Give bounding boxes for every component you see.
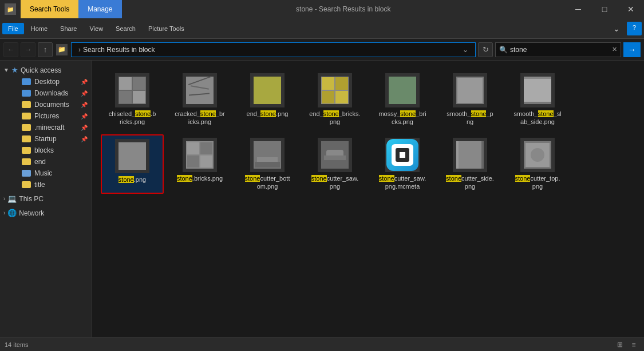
main-layout: ▼ ★ Quick access Desktop 📌 Downloads 📌 D… xyxy=(0,61,644,337)
search-go-button[interactable]: → xyxy=(623,42,641,57)
file-chiseled-stone[interactable]: chiseled_stone.bricks.png xyxy=(101,70,164,130)
sidebar-item-music[interactable]: Music xyxy=(0,167,91,179)
ribbon-share[interactable]: Share xyxy=(54,23,82,34)
close-button[interactable]: ✕ xyxy=(618,0,644,18)
network-icon: 🌐 xyxy=(7,209,17,217)
file-name: chiseled_stone.bricks.png xyxy=(109,110,156,126)
file-name: cracked_stone_bricks.png xyxy=(175,110,224,126)
app-icon-small: 📁 xyxy=(5,3,16,15)
downloads-folder-icon xyxy=(22,90,31,97)
ribbon: File Home Share View Search Picture Tool… xyxy=(0,18,644,39)
sidebar-item-desktop[interactable]: Desktop 📌 xyxy=(0,76,91,87)
window-icon: 📁 xyxy=(0,3,21,15)
quick-access-header[interactable]: ▼ ★ Quick access xyxy=(0,64,91,76)
up-button[interactable]: ↑ xyxy=(38,42,53,57)
file-smooth-stone-slab[interactable]: smooth_stone_slab_side.png xyxy=(506,70,569,130)
search-icon: 🔍 xyxy=(499,46,508,54)
file-stonecutter-saw[interactable]: stonecutter_saw.png xyxy=(303,134,366,194)
back-button[interactable]: ← xyxy=(3,42,18,57)
ribbon-home[interactable]: Home xyxy=(25,23,53,34)
startup-pin-icon: 📌 xyxy=(81,136,88,142)
file-thumb xyxy=(318,138,352,172)
network-toggle: › xyxy=(3,210,5,216)
this-pc-header[interactable]: › 💻 This PC xyxy=(0,193,91,205)
sidebar-item-documents[interactable]: Documents 📌 xyxy=(0,99,91,110)
sidebar-item-title[interactable]: title xyxy=(0,179,91,190)
file-cracked-stone[interactable]: cracked_stone_bricks.png xyxy=(168,70,231,130)
file-stonecutter-bottom[interactable]: stonecutter_bottom.png xyxy=(236,134,299,194)
view-details-button[interactable]: ≡ xyxy=(628,339,639,350)
view-large-icon-button[interactable]: ⊞ xyxy=(614,339,626,350)
sidebar-item-blocks[interactable]: blocks xyxy=(0,145,91,156)
path-dropdown-chevron[interactable]: ⌄ xyxy=(463,46,468,54)
end-folder-icon xyxy=(22,158,31,165)
address-path[interactable]: › Search Results in block ⌄ xyxy=(71,42,476,57)
file-end-stone-bricks[interactable]: end_stone_bricks.png xyxy=(303,70,366,130)
startup-folder-icon xyxy=(22,135,31,142)
file-stone-selected[interactable]: stone.png xyxy=(101,134,164,194)
desktop-folder-icon xyxy=(22,78,31,85)
file-stonecutter-side[interactable]: stonecutter_side.png xyxy=(438,134,501,194)
music-folder-icon xyxy=(22,170,31,177)
file-thumb xyxy=(115,73,149,107)
documents-pin-icon: 📌 xyxy=(81,102,88,108)
maximize-button[interactable]: □ xyxy=(591,0,618,18)
file-thumb xyxy=(453,138,487,172)
network-section: › 🌐 Network xyxy=(0,206,91,220)
file-name: stonecutter_saw.png.mcmeta xyxy=(379,174,426,191)
sidebar-documents-label: Documents xyxy=(34,101,69,109)
sidebar-blocks-label: blocks xyxy=(34,146,54,154)
file-name: stonecutter_side.png xyxy=(446,174,494,191)
quick-access-label: Quick access xyxy=(21,66,61,74)
ribbon-file[interactable]: File xyxy=(2,23,24,34)
file-stonecutter-saw-mcmeta[interactable]: stonecutter_saw.png.mcmeta xyxy=(371,134,434,194)
sidebar-item-startup[interactable]: Startup 📌 xyxy=(0,133,91,145)
network-header[interactable]: › 🌐 Network xyxy=(0,207,91,219)
refresh-button[interactable]: ↻ xyxy=(478,42,493,57)
pictures-pin-icon: 📌 xyxy=(81,113,88,119)
file-thumb xyxy=(250,138,285,172)
file-stonecutter-top[interactable]: stonecutter_top.png xyxy=(506,134,569,194)
minimize-button[interactable]: ─ xyxy=(565,0,591,18)
sidebar-item-minecraft[interactable]: .minecraft 📌 xyxy=(0,122,91,133)
quick-access-toggle: ▼ xyxy=(3,67,9,73)
file-name: stonecutter_saw.png xyxy=(311,174,359,191)
file-thumb xyxy=(115,139,149,173)
title-folder-icon xyxy=(22,181,31,188)
ribbon-view[interactable]: View xyxy=(84,23,109,34)
search-clear-icon[interactable]: ✕ xyxy=(612,46,617,53)
sidebar-item-downloads[interactable]: Downloads 📌 xyxy=(0,87,91,99)
file-name: stone.png xyxy=(118,176,146,184)
sidebar-startup-label: Startup xyxy=(34,135,57,143)
sidebar-pictures-label: Pictures xyxy=(34,112,59,120)
search-box: 🔍 ✕ xyxy=(495,42,621,57)
ribbon-expand[interactable]: ⌄ xyxy=(607,22,626,35)
ribbon-help[interactable]: ? xyxy=(627,22,642,35)
path-folder-icon: 📁 xyxy=(56,44,68,55)
file-name: smooth_stone_slab_side.png xyxy=(513,110,561,126)
file-thumb xyxy=(385,73,420,107)
sidebar-item-pictures[interactable]: Pictures 📌 xyxy=(0,110,91,122)
blocks-folder-icon xyxy=(22,147,31,154)
view-controls: ⊞ ≡ xyxy=(614,339,639,350)
this-pc-icon: 💻 xyxy=(7,194,17,203)
search-input[interactable] xyxy=(510,46,610,54)
documents-folder-icon xyxy=(22,101,31,108)
tab-manage[interactable]: Manage xyxy=(78,0,121,18)
sidebar-item-end[interactable]: end xyxy=(0,156,91,167)
tab-search-tools[interactable]: Search Tools xyxy=(21,0,78,18)
address-bar: ← → ↑ 📁 › Search Results in block ⌄ ↻ 🔍 … xyxy=(0,39,644,61)
forward-button[interactable]: → xyxy=(21,42,35,57)
item-count: 14 items xyxy=(5,341,29,348)
network-label: Network xyxy=(19,209,44,217)
file-smooth-stone[interactable]: smooth_stone_png xyxy=(438,70,501,130)
this-pc-section: › 💻 This PC xyxy=(0,192,91,206)
file-mossy-stone[interactable]: mossy_stone_bricks.png xyxy=(371,70,434,130)
ribbon-search[interactable]: Search xyxy=(110,23,141,34)
file-stone-bricks[interactable]: stone.bricks.png xyxy=(168,134,231,194)
file-end-stone[interactable]: end_stone.png xyxy=(236,70,299,130)
window-controls: ─ □ ✕ xyxy=(565,0,644,18)
ribbon-picture-tools[interactable]: Picture Tools xyxy=(143,23,190,34)
ribbon-tabs: Search Tools Manage xyxy=(21,0,122,18)
sidebar-end-label: end xyxy=(34,158,46,166)
